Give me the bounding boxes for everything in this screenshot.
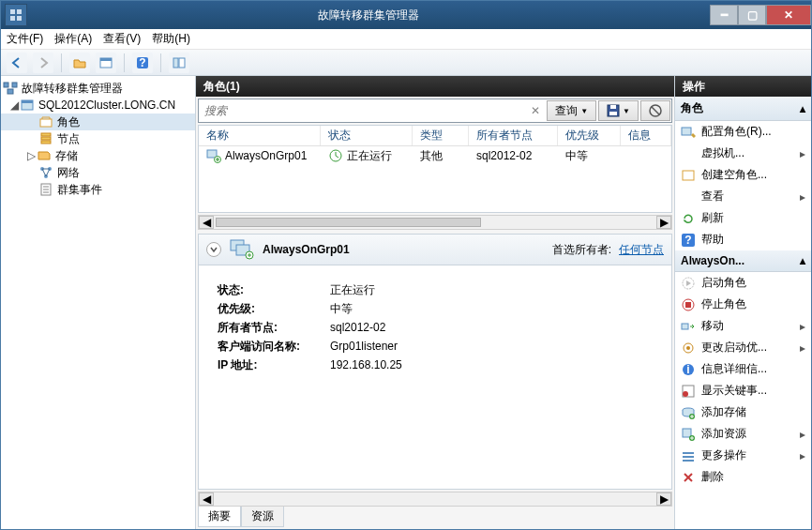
search-input[interactable] (199, 104, 525, 117)
table-row[interactable]: AlwaysOnGrp01 正在运行 其他 sql2012-02 中等 (199, 146, 671, 165)
svg-rect-14 (22, 100, 33, 103)
action-stop-role[interactable]: 停止角色 (675, 294, 811, 315)
collapse-icon[interactable]: ▴ (800, 254, 805, 267)
maximize-button[interactable]: ▢ (738, 5, 766, 25)
d-client-v: Grp01listener (330, 340, 398, 353)
col-info[interactable]: 信息 (621, 126, 671, 145)
pref-owner-link[interactable]: 任何节点 (619, 242, 664, 258)
menu-action[interactable]: 操作(A) (54, 31, 92, 47)
close-button[interactable]: ✕ (766, 5, 811, 25)
action-configure-role[interactable]: 配置角色(R)... (675, 121, 811, 143)
action-more-ops[interactable]: 更多操作▸ (675, 445, 811, 466)
nodes-icon (38, 131, 53, 146)
expand-icon[interactable]: ◢ (8, 98, 20, 112)
h-scrollbar[interactable]: ◀▶ (198, 215, 672, 230)
action-show-critical[interactable]: 显示关键事... (675, 380, 811, 401)
svg-rect-56 (683, 460, 694, 462)
col-name[interactable]: 名称 (199, 126, 321, 145)
action-help[interactable]: ?帮助 (675, 229, 811, 250)
query-button[interactable]: 查询▼ (547, 100, 596, 121)
action-start-role[interactable]: 启动角色 (675, 272, 811, 294)
tree-nodes-label: 节点 (57, 131, 80, 147)
action-add-storage[interactable]: 添加存储 (675, 401, 811, 423)
svg-rect-5 (100, 58, 112, 61)
svg-rect-12 (8, 89, 13, 94)
expand-icon[interactable]: ▷ (25, 149, 37, 162)
role-icon (206, 148, 221, 163)
help-icon: ? (681, 233, 696, 248)
action-change-start[interactable]: 更改启动优...▸ (675, 337, 811, 358)
svg-rect-27 (609, 112, 617, 115)
collapse-icon[interactable]: ▴ (800, 102, 805, 115)
nav-back-button[interactable] (7, 53, 27, 73)
clear-button[interactable] (640, 100, 670, 121)
cell-type: 其他 (413, 148, 469, 164)
svg-rect-3 (17, 16, 22, 21)
menu-file[interactable]: 文件(F) (7, 31, 43, 47)
tree-nodes[interactable]: 节点 (1, 130, 195, 147)
properties-button[interactable] (96, 53, 116, 73)
tree-roles[interactable]: 角色 (1, 114, 195, 130)
tree-cluster[interactable]: ◢ SQL2012Cluster.LONG.CN (1, 97, 195, 114)
d-priority-l: 优先级: (218, 301, 330, 317)
svg-rect-30 (207, 150, 217, 158)
tree-storage-label: 存储 (55, 148, 78, 164)
role-stack-icon (229, 238, 255, 261)
col-priority[interactable]: 优先级 (558, 126, 621, 145)
actions-section-roles: 角色 (681, 100, 703, 116)
cell-status: 正在运行 (347, 148, 392, 164)
svg-rect-54 (683, 452, 694, 454)
svg-rect-11 (12, 83, 17, 87)
menu-view[interactable]: 查看(V) (103, 31, 141, 47)
separator (61, 53, 62, 72)
action-info-detail[interactable]: i信息详细信... (675, 358, 811, 380)
tree-root[interactable]: 故障转移群集管理器 (1, 80, 195, 97)
action-vm[interactable]: 虚拟机...▸ (675, 143, 811, 164)
tree-storage[interactable]: ▷ 存储 (1, 147, 195, 164)
col-type[interactable]: 类型 (413, 126, 469, 145)
action-refresh[interactable]: 刷新 (675, 207, 811, 229)
cell-name: AlwaysOnGrp01 (225, 149, 307, 162)
cluster-manager-icon (3, 81, 18, 96)
svg-rect-16 (41, 133, 51, 136)
col-owner[interactable]: 所有者节点 (469, 126, 558, 145)
tree-network[interactable]: 网络 (1, 164, 195, 181)
storage-icon (37, 148, 52, 163)
action-view[interactable]: 查看▸ (675, 186, 811, 207)
svg-rect-37 (683, 171, 694, 180)
svg-rect-36 (682, 128, 691, 135)
collapse-toggle[interactable] (206, 242, 221, 257)
svg-rect-43 (682, 324, 688, 329)
action-create-empty[interactable]: 创建空角色... (675, 164, 811, 186)
svg-rect-2 (10, 16, 15, 21)
pref-owner-label: 首选所有者: (552, 242, 611, 258)
help-button[interactable]: ? (132, 53, 153, 73)
add-resource-icon (681, 427, 696, 442)
action-delete[interactable]: 删除 (675, 466, 811, 488)
tab-summary[interactable]: 摘要 (198, 507, 241, 527)
minimize-button[interactable]: ━ (710, 5, 738, 25)
nav-forward-button[interactable] (33, 53, 53, 73)
view-mode-button[interactable] (169, 53, 189, 73)
action-add-resource[interactable]: 添加资源▸ (675, 423, 811, 445)
roles-panel-header: 角色(1) (196, 76, 674, 97)
folder-up-button[interactable] (69, 53, 90, 73)
col-status[interactable]: 状态 (321, 126, 413, 145)
delete-icon (681, 470, 696, 485)
h-scrollbar-2[interactable]: ◀▶ (198, 492, 672, 507)
tree-events[interactable]: 群集事件 (1, 181, 195, 198)
d-status-v: 正在运行 (330, 282, 375, 298)
save-button[interactable]: ▼ (598, 100, 639, 121)
configure-icon (681, 125, 696, 140)
action-move[interactable]: 移动▸ (675, 315, 811, 337)
tab-resource[interactable]: 资源 (241, 507, 284, 527)
window-title: 故障转移群集管理器 (27, 8, 710, 23)
svg-rect-55 (683, 456, 694, 458)
start-icon (681, 276, 696, 291)
search-clear-icon[interactable]: ✕ (525, 104, 546, 117)
actions-header: 操作 (675, 76, 811, 97)
d-priority-v: 中等 (330, 301, 353, 317)
svg-rect-42 (685, 302, 691, 308)
menu-help[interactable]: 帮助(H) (152, 31, 190, 47)
d-ip-l: IP 地址: (218, 357, 330, 373)
